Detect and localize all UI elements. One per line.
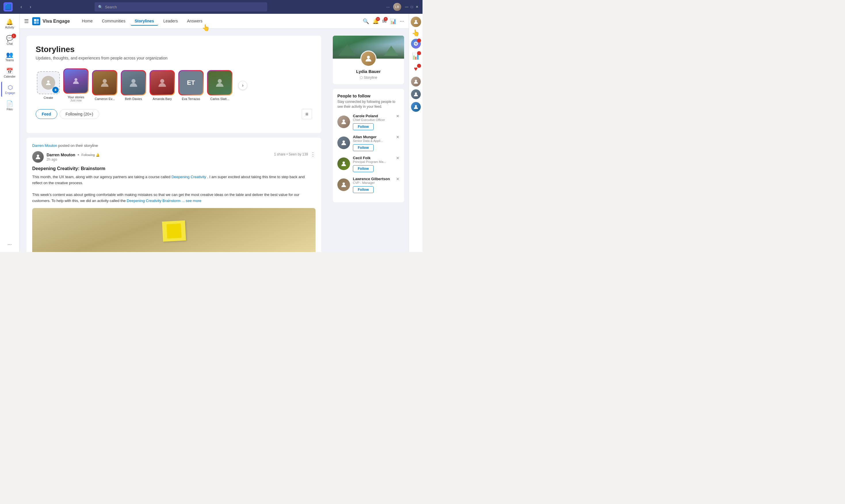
following-tab[interactable]: Following (20+) <box>59 109 99 119</box>
author-name[interactable]: Darren Mouton <box>47 152 75 157</box>
carole-role: Chief Executive Officer <box>353 118 399 122</box>
copilot-badge <box>417 38 421 42</box>
story-create[interactable]: + Create <box>37 71 60 100</box>
dismiss-allan-button[interactable]: ✕ <box>396 135 399 139</box>
story-cameron[interactable]: Cameron Ev... <box>92 70 117 101</box>
filter-button[interactable]: ≡ <box>302 109 312 119</box>
rail-avatar4[interactable] <box>410 101 421 113</box>
follow-carole-button[interactable]: Follow <box>353 123 374 130</box>
search-icon: 🔍 <box>98 5 103 9</box>
sidebar-item-engage[interactable]: ⬡ Engage <box>1 82 18 97</box>
rail-cursor <box>410 16 421 28</box>
story-your-stories[interactable]: Your stories Just now <box>63 68 89 102</box>
dismiss-carole-button[interactable]: ✕ <box>396 114 399 119</box>
dismiss-cecil-button[interactable]: ✕ <box>396 156 399 160</box>
maximize-button[interactable]: □ <box>410 5 414 9</box>
carlos-label: Carlos Slatt... <box>210 97 229 101</box>
amanda-label: Amanda Bary <box>153 97 172 101</box>
story-next-button[interactable]: › <box>238 81 247 90</box>
profile-name: Lydia Bauer <box>338 69 399 74</box>
sidebar-item-teams[interactable]: 👥 Teams <box>1 49 18 64</box>
nav-answers[interactable]: Answers <box>183 17 207 25</box>
chart-button[interactable]: 📊 <box>390 18 396 24</box>
profile-avatar-wrap <box>360 51 377 67</box>
post-title: Deepening Creativity: Brainstorm <box>32 166 315 171</box>
author-avatar[interactable] <box>32 151 44 163</box>
sidebar-item-chat[interactable]: 1 💬 Chat <box>1 33 18 48</box>
feed-tab[interactable]: Feed <box>36 109 57 119</box>
nav-home[interactable]: Home <box>78 17 97 25</box>
back-button[interactable]: ‹ <box>17 3 25 11</box>
search-button[interactable]: 🔍 <box>363 18 369 24</box>
your-stories-label: Your stories <box>68 95 84 99</box>
sidebar-label-engage: Engage <box>5 91 15 94</box>
story-amanda[interactable]: Amanda Bary <box>150 70 175 101</box>
author-details: Darren Mouton • Following 🔔 2h ago <box>47 152 100 161</box>
close-button[interactable]: ✕ <box>415 5 419 9</box>
post-body-link2[interactable]: Deepening Creativity Brainstorm <box>127 199 180 203</box>
post-meta: Darren Mouton posted on their storyline <box>32 143 315 148</box>
rail-user-avatar[interactable] <box>411 17 421 27</box>
notifications-button[interactable]: 🔔 12 <box>373 18 379 24</box>
cecil-info: Cecil Folk Principal Program Ma... Follo… <box>353 156 399 172</box>
more-nav-button[interactable]: ··· <box>400 18 404 24</box>
sidebar-item-files[interactable]: 📄 Files <box>1 98 18 113</box>
post-meta-author[interactable]: Darren Mouton <box>32 143 57 148</box>
story-eva[interactable]: ET Eva Terrazas <box>178 70 204 101</box>
engage-icon: ⬡ <box>8 84 13 91</box>
allan-avatar[interactable] <box>338 137 350 149</box>
cecil-avatar[interactable] <box>338 158 350 170</box>
lawrence-info: Lawrence Gilbertson CVP - Manager Follow <box>353 177 399 193</box>
profile-storyline[interactable]: ⬡ Storyline <box>338 76 399 79</box>
sidebar-more-button[interactable]: ··· <box>5 239 14 250</box>
rail-avatar2[interactable] <box>410 76 421 87</box>
eva-label: Eva Terrazas <box>182 97 200 101</box>
svg-point-4 <box>47 80 50 83</box>
forward-button[interactable]: › <box>27 3 35 11</box>
post-body-link1[interactable]: Deepening Creativity <box>171 175 206 179</box>
messages-button[interactable]: ✉ 5 <box>382 18 386 24</box>
chat-badge: 1 <box>12 34 16 38</box>
hamburger-button[interactable]: ☰ <box>24 18 29 24</box>
dismiss-lawrence-button[interactable]: ✕ <box>396 177 399 181</box>
rail-avatar3[interactable] <box>410 89 421 100</box>
minimize-button[interactable]: — <box>405 5 409 9</box>
rail-chart[interactable]: 📊 <box>410 51 421 62</box>
profile-card: Lydia Bauer ⬡ Storyline <box>333 36 404 84</box>
lawrence-avatar[interactable] <box>338 178 350 191</box>
global-search-bar[interactable]: 🔍 <box>94 2 267 12</box>
post-time: 2h ago <box>47 158 100 161</box>
sidebar-item-calendar[interactable]: 📅 Calender <box>1 65 18 80</box>
rail-copilot[interactable] <box>410 38 421 50</box>
post-image-inner <box>32 208 315 252</box>
main-content: ☰ Viva Engage Home Communities Storyline… <box>20 14 409 252</box>
carole-avatar[interactable] <box>338 115 350 128</box>
post-more-icon[interactable]: ⋮ <box>310 151 315 158</box>
nav-communities[interactable]: Communities <box>98 17 130 25</box>
nav-leaders[interactable]: Leaders <box>159 17 182 25</box>
follow-cecil-button[interactable]: Follow <box>353 165 374 172</box>
user-avatar[interactable]: LB <box>393 3 401 11</box>
sidebar-label-calendar: Calender <box>4 75 16 78</box>
storylines-header: Storylines Updates, thoughts, and experi… <box>36 45 312 60</box>
calendar-icon: 📅 <box>6 68 13 74</box>
profile-avatar[interactable] <box>360 51 377 67</box>
more-options-icon[interactable]: ··· <box>385 3 391 10</box>
follow-lawrence-button[interactable]: Follow <box>353 186 374 193</box>
storyline-label: Storyline <box>364 76 377 79</box>
left-sidebar: 🔔 Activity 1 💬 Chat 👥 Teams 📅 Calender ⬡… <box>0 14 20 252</box>
sidebar-item-activity[interactable]: 🔔 Activity <box>1 16 18 31</box>
post-author: Darren Mouton • Following 🔔 2h ago <box>32 151 100 163</box>
story-beth[interactable]: Beth Davies <box>121 70 146 101</box>
post-body-see-more[interactable]: ... see more <box>182 199 201 203</box>
sidebar-label-teams: Teams <box>5 59 14 62</box>
nav-storylines[interactable]: Storylines <box>131 17 158 25</box>
storylines-card: Storylines Updates, thoughts, and experi… <box>27 36 321 133</box>
search-input[interactable] <box>105 5 264 9</box>
rail-heart[interactable]: ♥ <box>410 63 421 75</box>
follow-allan-button[interactable]: Follow <box>353 144 374 151</box>
story-carlos[interactable]: Carlos Slatt... <box>207 70 232 101</box>
page-area: Storylines Updates, thoughts, and experi… <box>20 29 409 252</box>
chart-badge <box>417 51 421 55</box>
post-card: Darren Mouton posted on their storyline … <box>27 138 321 252</box>
